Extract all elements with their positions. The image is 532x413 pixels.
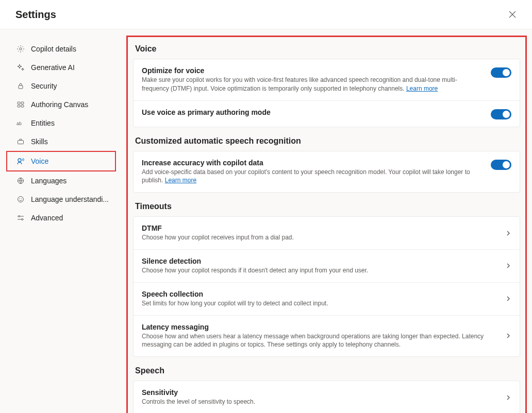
lock-icon: [16, 82, 25, 90]
svg-rect-3: [21, 102, 24, 104]
accuracy-desc: Add voice-specific data based on your co…: [142, 168, 484, 185]
timeout-desc: Choose how and when users hear a latency…: [142, 332, 498, 350]
speech-sensitivity-row[interactable]: Sensitivity Controls the level of sensit…: [134, 381, 520, 413]
sidebar-item-label: Advanced: [31, 214, 63, 222]
sidebar-item-label: Authoring Canvas: [31, 100, 88, 109]
gear-icon: [16, 45, 25, 53]
page-title: Settings: [15, 9, 56, 21]
chevron-right-icon: [505, 296, 511, 302]
settings-header: Settings: [0, 0, 532, 29]
accuracy-title: Increase accuracy with copilot data: [142, 159, 484, 167]
sidebar-item-language-understanding[interactable]: Language understandi...: [0, 190, 121, 209]
sidebar-item-label: Copilot details: [31, 45, 76, 53]
sliders-icon: [16, 214, 25, 222]
optimize-for-voice-title: Optimize for voice: [142, 66, 484, 75]
voice-card: Optimize for voice Make sure your copilo…: [133, 59, 520, 127]
sidebar-item-label: Skills: [31, 137, 48, 146]
sidebar-item-generative-ai[interactable]: Generative AI: [0, 58, 121, 77]
svg-text:ab: ab: [16, 121, 22, 126]
voice-primary-toggle[interactable]: [491, 109, 511, 119]
sidebar-item-authoring-canvas[interactable]: Authoring Canvas: [0, 95, 121, 114]
chevron-right-icon: [505, 394, 511, 401]
canvas-icon: [16, 100, 25, 109]
optimize-for-voice-desc: Make sure your copilot works for you wit…: [142, 76, 484, 93]
section-title-voice: Voice: [135, 44, 520, 54]
voice-primary-row: Use voice as primary authoring mode: [134, 100, 520, 127]
voice-primary-text: Use voice as primary authoring mode: [142, 108, 484, 117]
section-title-speech: Speech: [135, 366, 520, 375]
timeout-desc: Set limits for how long your copilot wil…: [142, 299, 498, 308]
svg-point-14: [22, 219, 23, 220]
accuracy-toggle[interactable]: [491, 160, 511, 170]
svg-rect-2: [18, 102, 20, 104]
learn-more-link[interactable]: Learn more: [406, 85, 438, 92]
timeout-desc: Choose how your copilot receives input f…: [142, 233, 498, 242]
timeout-title: Silence detection: [142, 257, 498, 265]
accuracy-row: Increase accuracy with copilot data Add …: [134, 151, 520, 193]
svg-point-8: [18, 159, 21, 162]
svg-rect-7: [18, 141, 24, 144]
brain-icon: [16, 195, 25, 203]
svg-rect-1: [19, 85, 23, 89]
sidebar-item-entities[interactable]: ab Entities: [0, 114, 121, 132]
timeout-row-speech-collection[interactable]: Speech collection Set limits for how lon…: [134, 282, 520, 315]
sidebar-item-languages[interactable]: Languages: [0, 171, 121, 190]
sidebar-item-label: Generative AI: [31, 63, 75, 72]
sidebar-item-copilot-details[interactable]: Copilot details: [0, 40, 121, 58]
section-title-timeouts: Timeouts: [135, 202, 520, 211]
timeout-title: Latency messaging: [142, 323, 498, 331]
speech-card: Sensitivity Controls the level of sensit…: [133, 381, 520, 413]
accuracy-text: Increase accuracy with copilot data Add …: [142, 159, 484, 185]
settings-sidebar: Copilot details Generative AI Security A…: [0, 29, 121, 413]
svg-point-11: [19, 198, 20, 199]
sidebar-item-label: Language understandi...: [31, 195, 109, 203]
briefcase-icon: [16, 137, 25, 146]
voice-primary-title: Use voice as primary authoring mode: [142, 108, 484, 116]
timeout-row-silence-detection[interactable]: Silence detection Choose how your copilo…: [134, 249, 520, 282]
sparkle-icon: [16, 63, 25, 72]
timeout-title: Speech collection: [142, 290, 498, 298]
close-button[interactable]: [505, 7, 520, 22]
timeout-row-dtmf[interactable]: DTMF Choose how your copilot receives in…: [134, 217, 520, 249]
sidebar-item-skills[interactable]: Skills: [0, 132, 121, 151]
svg-rect-4: [18, 105, 20, 107]
learn-more-link[interactable]: Learn more: [165, 177, 196, 184]
timeouts-card: DTMF Choose how your copilot receives in…: [133, 216, 520, 357]
svg-rect-5: [21, 105, 24, 107]
highlighted-voice-panel: Voice Optimize for voice Make sure your …: [126, 36, 527, 413]
optimize-for-voice-toggle[interactable]: [491, 67, 511, 78]
timeout-title: DTMF: [142, 224, 498, 232]
optimize-for-voice-row: Optimize for voice Make sure your copilo…: [134, 59, 520, 100]
main-content: Voice Optimize for voice Make sure your …: [121, 29, 532, 413]
entities-icon: ab: [16, 119, 25, 127]
optimize-for-voice-text: Optimize for voice Make sure your copilo…: [142, 66, 484, 93]
section-title-asr: Customized automatic speech recognition: [135, 136, 520, 146]
sensitivity-title: Sensitivity: [142, 388, 498, 397]
chevron-right-icon: [505, 230, 511, 236]
sidebar-item-voice[interactable]: Voice: [6, 151, 116, 171]
svg-point-13: [19, 216, 20, 217]
sidebar-item-security[interactable]: Security: [0, 77, 121, 95]
voice-icon: [16, 157, 25, 165]
svg-point-12: [21, 198, 22, 199]
asr-card: Increase accuracy with copilot data Add …: [133, 151, 520, 193]
sidebar-item-label: Voice: [31, 157, 48, 165]
sidebar-item-advanced[interactable]: Advanced: [0, 209, 121, 227]
sidebar-item-label: Entities: [31, 119, 55, 127]
sidebar-item-label: Security: [31, 82, 57, 90]
close-icon: [509, 11, 516, 18]
chevron-right-icon: [505, 263, 511, 269]
timeout-desc: Choose how your copilot responds if it d…: [142, 266, 498, 275]
svg-point-10: [18, 197, 24, 202]
timeout-row-latency-messaging[interactable]: Latency messaging Choose how and when us…: [134, 315, 520, 357]
svg-point-0: [20, 48, 22, 50]
sensitivity-desc: Controls the level of sensitivity to spe…: [142, 398, 498, 406]
globe-icon: [16, 177, 25, 185]
chevron-right-icon: [505, 333, 511, 339]
sidebar-item-label: Languages: [31, 177, 66, 185]
